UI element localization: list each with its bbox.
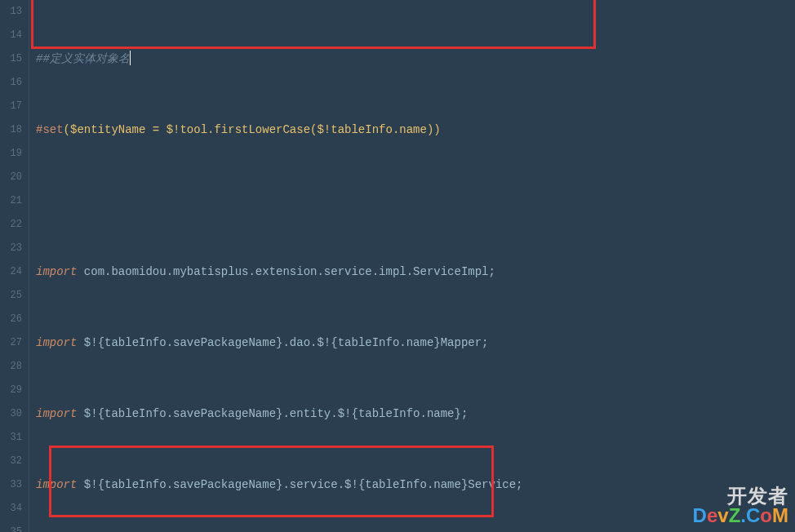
code-editor: 1314151617181920212223242526272829303132…: [0, 0, 795, 532]
code-line-14: #set($entityName = $!tool.firstLowerCase…: [36, 118, 795, 142]
line-number: 15: [0, 47, 22, 71]
line-number: 19: [0, 142, 22, 166]
import-kw: import: [36, 265, 77, 278]
watermark: 开发者 DevZ.CoM: [693, 486, 788, 525]
line-number: 24: [0, 260, 22, 284]
set-directive: #set: [36, 123, 64, 136]
import-path: $!{tableInfo.savePackageName}.entity.$!{…: [77, 407, 468, 420]
line-number: 18: [0, 118, 22, 142]
import-kw: import: [36, 478, 77, 491]
import-path: com.baomidou.mybatisplus.extension.servi…: [77, 265, 495, 278]
import-path: $!{tableInfo.savePackageName}.service.$!…: [77, 478, 522, 491]
line-number: 13: [0, 0, 22, 24]
code-line-17: import $!{tableInfo.savePackageName}.dao…: [36, 331, 795, 355]
line-number: 23: [0, 237, 22, 260]
set-expr: ($entityName = $!tool.firstLowerCase($!t…: [64, 123, 441, 136]
watermark-en: DevZ.CoM: [693, 506, 788, 525]
line-number: 20: [0, 166, 22, 189]
line-number: 30: [0, 402, 22, 426]
line-number: 34: [0, 497, 22, 521]
line-number: 27: [0, 331, 22, 355]
code-line-18: import $!{tableInfo.savePackageName}.ent…: [36, 402, 795, 426]
line-number: 33: [0, 473, 22, 497]
code-line-19: import $!{tableInfo.savePackageName}.ser…: [36, 473, 795, 497]
line-number: 22: [0, 213, 22, 237]
line-number: 31: [0, 426, 22, 450]
line-number: 26: [0, 308, 22, 331]
code-line-13: ##定义实体对象名: [36, 47, 795, 71]
line-number: 17: [0, 95, 22, 118]
line-number-gutter: 1314151617181920212223242526272829303132…: [0, 0, 29, 532]
import-kw: import: [36, 407, 77, 420]
watermark-cn: 开发者: [693, 486, 788, 506]
line-number: 28: [0, 355, 22, 379]
code-line-16: import com.baomidou.mybatisplus.extensio…: [36, 260, 795, 284]
code-line-15: [36, 189, 795, 213]
code-area[interactable]: ##定义实体对象名 #set($entityName = $!tool.firs…: [29, 0, 795, 532]
line-number: 14: [0, 24, 22, 47]
import-path: $!{tableInfo.savePackageName}.dao.$!{tab…: [77, 336, 488, 349]
line-number: 21: [0, 189, 22, 213]
import-kw: import: [36, 336, 77, 349]
line-number: 35: [0, 521, 22, 532]
line-number: 29: [0, 379, 22, 402]
line-number: 16: [0, 71, 22, 95]
text-cursor: [130, 51, 131, 65]
line-number: 32: [0, 450, 22, 473]
line-number: 25: [0, 284, 22, 308]
comment-text: ##定义实体对象名: [36, 52, 130, 65]
